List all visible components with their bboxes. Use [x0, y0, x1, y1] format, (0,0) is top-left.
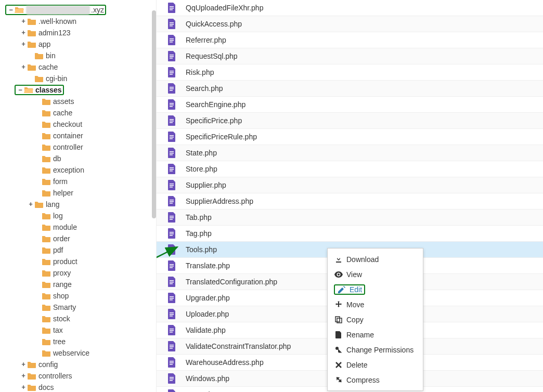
expander-plus-icon[interactable]: +: [20, 41, 27, 48]
tree-node-.well-known[interactable]: +.well-known: [0, 16, 156, 27]
expander-plus-icon[interactable]: +: [20, 361, 27, 368]
tree-label: product: [53, 257, 77, 266]
tree-node-bin[interactable]: bin: [0, 50, 156, 61]
expander-plus-icon[interactable]: +: [20, 384, 27, 391]
tree-node-tax[interactable]: tax: [0, 324, 156, 336]
menu-item-copy[interactable]: Copy: [328, 312, 423, 327]
tree-node-shop[interactable]: shop: [0, 290, 156, 302]
tree-label: Smarty: [53, 303, 76, 311]
file-row[interactable]: SearchEngine.php: [157, 97, 543, 113]
file-name: WarehouseAddress.php: [186, 358, 264, 367]
tree-node-cache[interactable]: +cache: [0, 61, 156, 73]
key-icon: [334, 346, 343, 354]
tree-node-container[interactable]: container: [0, 130, 156, 141]
tree-node-order[interactable]: order: [0, 233, 156, 244]
expander-plus-icon[interactable]: +: [20, 372, 27, 380]
file-row[interactable]: Referrer.php: [157, 32, 543, 48]
document-icon: [167, 260, 176, 271]
expander-minus-icon[interactable]: −: [17, 86, 24, 94]
tree-node-checkout[interactable]: checkout: [0, 119, 156, 130]
menu-item-edit[interactable]: Edit: [328, 282, 423, 297]
file-row[interactable]: QqUploadedFileXhr.php: [157, 0, 543, 16]
document-icon: [167, 357, 176, 368]
tree-label: .well-known: [38, 17, 76, 25]
document-icon: [167, 196, 176, 206]
document-icon: [167, 325, 176, 335]
file-row[interactable]: SupplierAddress.php: [157, 193, 543, 210]
file-row[interactable]: Supplier.php: [157, 177, 543, 193]
menu-item-rename[interactable]: Rename: [328, 327, 423, 342]
file-row[interactable]: Tab.php: [157, 210, 543, 226]
menu-label: Rename: [346, 331, 374, 339]
document-icon: [167, 277, 176, 287]
folder-icon: [42, 246, 51, 254]
tree-node-pdf[interactable]: pdf: [0, 244, 156, 256]
tree-node-lang[interactable]: +lang: [0, 199, 156, 210]
file-row[interactable]: Store.php: [157, 161, 543, 177]
tree-node-assets[interactable]: assets: [0, 96, 156, 107]
menu-item-delete[interactable]: Delete: [328, 357, 423, 372]
menu-item-change-permissions[interactable]: Change Permissions: [328, 342, 423, 357]
file-name: ValidateConstraintTranslator.php: [186, 342, 291, 350]
tree-node-exception[interactable]: exception: [0, 164, 156, 176]
menu-item-move[interactable]: Move: [328, 297, 423, 312]
tree-node-product[interactable]: product: [0, 256, 156, 267]
tree-node-controllers[interactable]: +controllers: [0, 370, 156, 382]
folder-icon: [27, 384, 36, 391]
file-row[interactable]: SpecificPrice.php: [157, 113, 543, 129]
file-row[interactable]: QuickAccess.php: [157, 16, 543, 32]
expander-plus-icon[interactable]: +: [20, 63, 27, 71]
tree-node-config[interactable]: +config: [0, 359, 156, 370]
menu-item-view[interactable]: View: [328, 267, 423, 282]
tree-node-smarty[interactable]: Smarty: [0, 302, 156, 313]
tree-root-node[interactable]: − ████████████ .xyz: [0, 4, 156, 16]
expander-minus-icon[interactable]: −: [7, 6, 15, 14]
document-icon: [167, 148, 176, 158]
tree-node-cgi-bin[interactable]: cgi-bin: [0, 73, 156, 84]
tree-node-range[interactable]: range: [0, 279, 156, 290]
file-name: Risk.php: [186, 68, 214, 76]
expander-plus-icon[interactable]: +: [20, 18, 27, 25]
folder-icon: [27, 63, 36, 71]
expander-plus-icon[interactable]: +: [27, 201, 34, 208]
file-row[interactable]: Risk.php: [157, 64, 543, 81]
file-name: SpecificPrice.php: [186, 116, 242, 125]
folder-icon: [27, 41, 36, 48]
tree-node-helper[interactable]: helper: [0, 187, 156, 199]
tree-root-label: ████████████ .xyz: [26, 6, 104, 14]
tree-node-module[interactable]: module: [0, 221, 156, 233]
tree-node-stock[interactable]: stock: [0, 313, 156, 324]
tree-node-controller[interactable]: controller: [0, 141, 156, 153]
file-row[interactable]: SpecificPriceRule.php: [157, 129, 543, 145]
folder-icon: [42, 349, 51, 357]
file-row[interactable]: State.php: [157, 145, 543, 161]
document-icon: [167, 3, 176, 13]
menu-label: Copy: [346, 316, 364, 324]
file-row[interactable]: Search.php: [157, 81, 543, 97]
tree-node-form[interactable]: form: [0, 176, 156, 187]
tree-node-admin123[interactable]: +admin123: [0, 27, 156, 38]
menu-item-compress[interactable]: Compress: [328, 372, 423, 387]
tree-node-tree[interactable]: tree: [0, 336, 156, 347]
file-row[interactable]: Tag.php: [157, 226, 543, 242]
tree-node-classes[interactable]: −classes: [0, 84, 156, 96]
tree-node-docs[interactable]: +docs: [0, 382, 156, 392]
document-icon: [167, 99, 176, 110]
tree-label: classes: [35, 86, 62, 94]
tree-node-db[interactable]: db: [0, 153, 156, 164]
tree-node-proxy[interactable]: proxy: [0, 267, 156, 279]
file-row[interactable]: RequestSql.php: [157, 48, 543, 64]
pencil-icon: [337, 286, 346, 293]
eye-icon: [334, 271, 343, 278]
tree-node-app[interactable]: +app: [0, 38, 156, 50]
sidebar-scrollbar[interactable]: [152, 10, 156, 218]
tree-label: pdf: [53, 246, 63, 254]
file-list-panel: QqUploadedFileXhr.phpQuickAccess.phpRefe…: [156, 0, 543, 392]
menu-item-download[interactable]: Download: [328, 252, 423, 267]
folder-icon: [27, 372, 36, 380]
tree-node-cache[interactable]: cache: [0, 107, 156, 119]
expander-plus-icon[interactable]: +: [20, 29, 27, 36]
file-name: Tools.php: [186, 245, 217, 254]
tree-node-webservice[interactable]: webservice: [0, 347, 156, 359]
tree-node-log[interactable]: log: [0, 210, 156, 221]
